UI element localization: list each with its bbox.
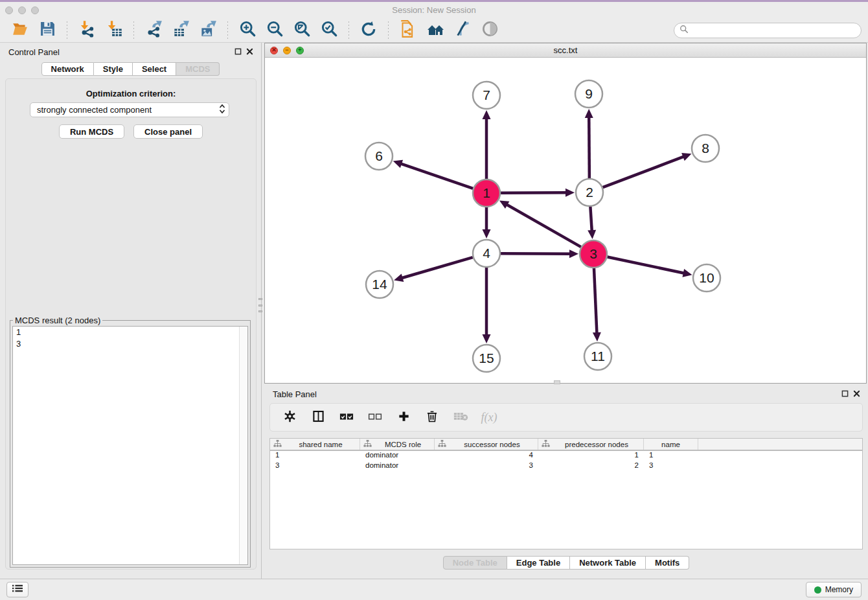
cell-predecessor-nodes[interactable]: 2: [538, 461, 644, 472]
select-all-rows-button[interactable]: [336, 407, 357, 428]
graph-edge-1-2[interactable]: [501, 192, 567, 193]
columns-icon: [312, 410, 325, 425]
tab-network-table[interactable]: Network Table: [570, 556, 646, 570]
list-item[interactable]: 3: [13, 338, 247, 350]
cell-name[interactable]: 3: [644, 461, 698, 472]
tab-mcds[interactable]: MCDS: [176, 62, 220, 76]
table-row[interactable]: 1 dominator 4 1 1: [270, 451, 862, 461]
window-titlebar: Session: New Session: [0, 2, 868, 18]
new-network-button[interactable]: [398, 20, 418, 41]
node-table: shared name MCDS role successor nodes pr…: [269, 438, 863, 549]
cell-shared-name[interactable]: 1: [270, 451, 360, 461]
table-row[interactable]: 3 dominator 3 2 3: [270, 461, 862, 472]
import-table-button[interactable]: [104, 20, 124, 41]
column-header-successor-nodes[interactable]: successor nodes: [435, 439, 538, 450]
graph-node-label: 14: [372, 277, 387, 292]
close-panel-icon[interactable]: [246, 46, 253, 58]
run-mcds-button[interactable]: Run MCDS: [59, 124, 124, 139]
tab-node-table[interactable]: Node Table: [443, 556, 507, 570]
fx-icon: f(x): [481, 411, 497, 424]
float-panel-icon[interactable]: [841, 388, 849, 400]
network-window-titlebar[interactable]: ✕ − + scc.txt: [265, 43, 866, 58]
network-canvas[interactable]: 7968124314101511: [265, 58, 866, 383]
export-image-button[interactable]: [198, 20, 218, 41]
show-log-button[interactable]: [6, 582, 29, 597]
cell-mcds-role[interactable]: dominator: [360, 461, 435, 472]
optimization-criterion-label: Optimization criterion:: [6, 89, 256, 98]
column-header-shared-name[interactable]: shared name: [270, 439, 360, 450]
table-panel-tabs: Node Table Edge Table Network Table Moti…: [264, 556, 868, 570]
cell-predecessor-nodes[interactable]: 1: [538, 451, 644, 461]
mcds-result-title: MCDS result (2 nodes): [13, 316, 102, 325]
show-columns-button[interactable]: [308, 407, 328, 428]
app-window: Session: New Session: [0, 0, 868, 600]
zoom-out-icon: [266, 20, 284, 40]
zoom-in-icon: [239, 20, 257, 40]
import-network-button[interactable]: [76, 20, 97, 41]
scrollbar-track[interactable]: [239, 327, 247, 564]
save-floppy-icon: [40, 21, 56, 40]
hide-panels-button[interactable]: [479, 20, 500, 41]
mcds-result-list[interactable]: 1 3: [12, 326, 248, 565]
function-builder-button-disabled: f(x): [479, 407, 499, 428]
zoom-selected-button[interactable]: [319, 20, 339, 41]
global-search-input[interactable]: [692, 25, 856, 35]
create-column-button[interactable]: [393, 407, 414, 428]
vertical-splitter-handle[interactable]: [258, 298, 262, 312]
zoom-out-button[interactable]: [264, 20, 285, 41]
tree-icon: [363, 439, 372, 449]
graph-edge-4-3[interactable]: [501, 253, 571, 254]
graph-edge-4-14[interactable]: [402, 257, 473, 278]
control-panel-title: Control Panel: [8, 47, 60, 57]
tree-icon: [438, 439, 446, 449]
cell-successor-nodes[interactable]: 4: [435, 451, 538, 461]
zoom-in-button[interactable]: [237, 20, 258, 41]
delete-column-button[interactable]: [422, 407, 442, 428]
tab-edge-table[interactable]: Edge Table: [507, 556, 570, 570]
refresh-icon: [360, 21, 377, 40]
gear-icon: [284, 410, 296, 425]
float-panel-icon[interactable]: [234, 46, 242, 58]
graph-edge-3-10[interactable]: [608, 257, 685, 273]
tab-network[interactable]: Network: [41, 62, 94, 76]
save-session-button[interactable]: [37, 20, 58, 41]
graph-edge-arrowhead: [483, 110, 491, 119]
zoom-fit-button[interactable]: [291, 20, 312, 41]
export-table-button[interactable]: [170, 20, 191, 41]
close-panel-icon[interactable]: [853, 388, 860, 400]
column-header-mcds-role[interactable]: MCDS role: [360, 439, 435, 450]
export-network-button[interactable]: [143, 20, 164, 41]
tab-select[interactable]: Select: [133, 62, 176, 76]
deselect-all-rows-button[interactable]: [365, 407, 385, 428]
tree-icon: [542, 439, 550, 449]
network-view-window: ✕ − + scc.txt 7968124314101511: [264, 43, 867, 384]
graph-edge-2-3[interactable]: [590, 207, 591, 231]
list-item[interactable]: 1: [13, 327, 247, 338]
graph-edge-2-8[interactable]: [603, 156, 685, 187]
graph-edge-3-1[interactable]: [506, 204, 580, 247]
cell-successor-nodes[interactable]: 3: [435, 461, 538, 472]
toolbar-separator: [67, 21, 67, 40]
cell-shared-name[interactable]: 3: [270, 461, 360, 472]
memory-button[interactable]: Memory: [806, 582, 862, 597]
cell-name[interactable]: 1: [644, 451, 698, 461]
tab-style[interactable]: Style: [94, 62, 133, 76]
column-header-name[interactable]: name: [644, 439, 698, 450]
graph-edge-3-11[interactable]: [594, 268, 597, 334]
cell-mcds-role[interactable]: dominator: [360, 451, 435, 461]
close-panel-button[interactable]: Close panel: [133, 124, 203, 139]
export-image-icon: [200, 20, 217, 40]
graph-edge-1-6[interactable]: [400, 163, 473, 188]
style-button[interactable]: [452, 20, 473, 41]
home-button[interactable]: [425, 20, 446, 41]
tab-motifs[interactable]: Motifs: [646, 556, 689, 570]
optimization-criterion-value: strongly connected component: [37, 105, 218, 115]
table-settings-button[interactable]: [279, 407, 300, 428]
horizontal-splitter-handle[interactable]: [554, 380, 560, 384]
column-header-predecessor-nodes[interactable]: predecessor nodes: [538, 439, 644, 450]
table-header-row: shared name MCDS role successor nodes pr…: [270, 439, 862, 451]
graph-edge-2-9[interactable]: [589, 117, 589, 178]
apply-layout-button[interactable]: [358, 20, 379, 41]
open-session-button[interactable]: [10, 20, 30, 41]
optimization-criterion-select[interactable]: strongly connected component: [30, 102, 229, 117]
